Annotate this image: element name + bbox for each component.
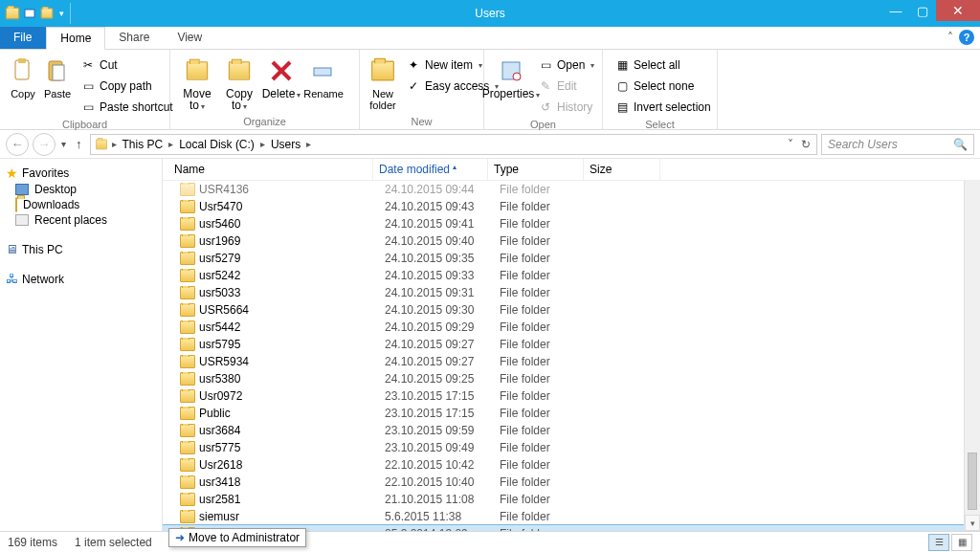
nav-up-button[interactable]: ↑ — [72, 137, 86, 151]
table-row[interactable]: USR413624.10.2015 09:44File folder — [163, 181, 980, 198]
icons-view-button[interactable]: ▦ — [951, 534, 972, 551]
tab-view[interactable]: View — [164, 27, 216, 49]
edit-icon: ✎ — [538, 78, 553, 94]
breadcrumb-item[interactable]: Users — [267, 138, 304, 151]
vertical-scrollbar[interactable]: ▴ ▾ — [964, 159, 980, 531]
sidebar-downloads[interactable]: Downloads — [0, 197, 162, 212]
breadcrumb[interactable]: ▸ This PC ▸ Local Disk (C:) ▸ Users ▸ ˅ … — [90, 134, 818, 155]
table-row[interactable]: Usr547024.10.2015 09:43File folder — [163, 198, 980, 215]
dropdown-caret-icon[interactable]: ˅ — [788, 138, 793, 151]
table-row[interactable]: siemusr5.6.2015 11:38File folder — [163, 508, 980, 525]
delete-button[interactable]: Delete▾ — [260, 54, 302, 103]
help-icon[interactable]: ? — [959, 30, 974, 45]
chevron-right-icon[interactable]: ▸ — [304, 139, 313, 149]
sidebar-network[interactable]: 🖧Network — [0, 271, 162, 287]
table-row[interactable]: usr577523.10.2015 09:49File folder — [163, 439, 980, 456]
chevron-right-icon[interactable]: ▸ — [110, 139, 119, 149]
table-row[interactable]: usr258121.10.2015 11:08File folder — [163, 491, 980, 508]
qat-folder-icon[interactable] — [38, 3, 56, 24]
window-maximize-button[interactable]: ▢ — [909, 0, 936, 21]
open-button[interactable]: ▭Open▾ — [536, 55, 596, 75]
sidebar-this-pc[interactable]: 🖥This PC — [0, 241, 162, 257]
table-row[interactable]: usr546024.10.2015 09:41File folder — [163, 215, 980, 232]
tab-share[interactable]: Share — [105, 27, 164, 49]
file-name: usr5795 — [199, 338, 240, 351]
paste-button[interactable]: Paste — [40, 54, 75, 101]
file-type: File folder — [494, 338, 590, 351]
file-name: Usr0972 — [199, 389, 242, 403]
details-view-button[interactable]: ☰ — [928, 534, 949, 551]
ribbon-collapse-icon[interactable]: ˄ — [947, 31, 953, 44]
star-icon: ★ — [6, 166, 18, 181]
file-type: File folder — [494, 217, 590, 231]
svg-rect-0 — [25, 10, 34, 17]
scroll-thumb[interactable] — [968, 453, 977, 510]
scroll-down-icon[interactable]: ▾ — [965, 515, 980, 531]
table-row[interactable]: usr527924.10.2015 09:35File folder — [163, 250, 980, 267]
window-close-button[interactable]: ✕ — [936, 0, 980, 21]
file-date: 25.3.2014 13:09 — [379, 527, 494, 531]
file-type: File folder — [494, 303, 590, 317]
breadcrumb-item[interactable]: Local Disk (C:) — [175, 138, 258, 151]
refresh-icon[interactable]: ↻ — [801, 138, 811, 151]
table-row[interactable]: USR593424.10.2015 09:27File folder — [163, 353, 980, 370]
qat-dropdown-icon[interactable]: ▾ — [56, 9, 68, 18]
file-name: usr3418 — [199, 475, 240, 489]
table-row[interactable]: Public23.10.2015 17:15File folder — [163, 405, 980, 422]
file-date: 22.10.2015 10:42 — [379, 458, 494, 472]
group-open-label: Open — [484, 119, 602, 132]
new-folder-button[interactable]: New folder — [366, 54, 400, 113]
sidebar-recent-places[interactable]: Recent places — [0, 212, 162, 228]
column-name[interactable]: Name — [163, 159, 373, 180]
table-row[interactable]: usr503324.10.2015 09:31File folder — [163, 284, 980, 301]
tab-home[interactable]: Home — [46, 27, 105, 50]
column-size[interactable]: Size — [584, 159, 660, 180]
nav-recent-dropdown[interactable]: ▾ — [59, 139, 68, 149]
tab-file[interactable]: File — [0, 27, 46, 49]
chevron-right-icon[interactable]: ▸ — [167, 139, 175, 149]
table-row[interactable]: usr196924.10.2015 09:40File folder — [163, 232, 980, 250]
file-date: 24.10.2015 09:27 — [379, 338, 494, 351]
file-name: USR5934 — [199, 355, 249, 368]
file-type: File folder — [494, 234, 590, 248]
table-row[interactable]: usr544224.10.2015 09:29File folder — [163, 319, 980, 336]
breadcrumb-item[interactable]: This PC — [119, 138, 167, 151]
folder-icon — [180, 389, 195, 403]
cut-button[interactable]: ✂Cut — [78, 55, 175, 75]
qat-icon-1[interactable] — [21, 3, 38, 24]
table-row[interactable]: Usr097223.10.2015 17:15File folder — [163, 387, 980, 405]
window-minimize-button[interactable]: — — [882, 0, 909, 21]
file-date: 21.10.2015 11:08 — [379, 493, 494, 506]
file-name: usr5460 — [199, 217, 240, 231]
select-none-button[interactable]: ▢Select none — [612, 77, 713, 96]
paste-shortcut-button[interactable]: ▭Paste shortcut — [78, 98, 175, 117]
move-to-button[interactable]: Move to▾ — [176, 54, 218, 115]
invert-selection-button[interactable]: ▤Invert selection — [612, 98, 713, 117]
table-row[interactable]: usr368423.10.2015 09:59File folder — [163, 422, 980, 439]
table-row[interactable]: USR566424.10.2015 09:30File folder — [163, 301, 980, 319]
folder-app-icon — [4, 3, 21, 24]
file-name: Public — [199, 407, 231, 420]
search-input[interactable]: Search Users 🔍 — [821, 134, 974, 155]
nav-back-button[interactable]: ← — [6, 133, 29, 156]
file-type: File folder — [494, 527, 590, 531]
rename-button[interactable]: Rename — [302, 54, 345, 101]
column-date[interactable]: Date modified ▴ — [373, 159, 488, 180]
file-name: USR4136 — [199, 183, 249, 196]
table-row[interactable]: usr579524.10.2015 09:27File folder — [163, 336, 980, 353]
table-row[interactable]: usr524224.10.2015 09:33File folder — [163, 267, 980, 284]
file-date: 23.10.2015 17:15 — [379, 407, 494, 420]
copy-to-button[interactable]: Copy to▾ — [218, 54, 260, 115]
sidebar-favorites[interactable]: ★Favorites — [0, 165, 162, 182]
properties-button[interactable]: Properties▾ — [490, 54, 532, 103]
table-row[interactable]: usr341822.10.2015 10:40File folder — [163, 474, 980, 491]
copy-button[interactable]: Copy — [6, 54, 40, 101]
column-type[interactable]: Type — [488, 159, 584, 180]
chevron-right-icon[interactable]: ▸ — [258, 139, 267, 149]
table-row[interactable]: usr538024.10.2015 09:25File folder — [163, 370, 980, 387]
select-all-button[interactable]: ▦Select all — [612, 55, 713, 75]
copy-path-button[interactable]: ▭Copy path — [78, 77, 175, 96]
table-row[interactable]: Usr261822.10.2015 10:42File folder — [163, 456, 980, 474]
nav-forward-button[interactable]: → — [33, 133, 56, 156]
file-date: 24.10.2015 09:40 — [379, 234, 494, 248]
